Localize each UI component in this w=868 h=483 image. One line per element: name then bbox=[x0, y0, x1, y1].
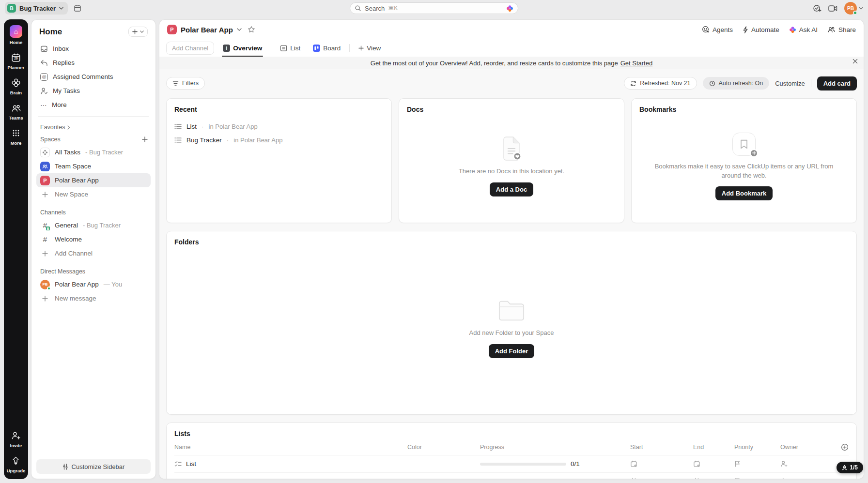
calendar-plus-icon[interactable] bbox=[630, 478, 693, 479]
ellipsis-icon: ⋯ bbox=[40, 103, 47, 107]
favorite-star-icon[interactable] bbox=[248, 26, 255, 33]
rail-item-upgrade[interactable]: Upgrade bbox=[7, 455, 26, 473]
flag-icon[interactable] bbox=[734, 478, 780, 479]
add-card-button[interactable]: Add card bbox=[817, 76, 857, 91]
sidebar-item-new-space[interactable]: New Space bbox=[36, 187, 151, 201]
tab-board[interactable]: Board bbox=[309, 39, 344, 57]
column-header-name[interactable]: Name bbox=[174, 444, 407, 451]
trial-usage-badge[interactable]: 1/5 bbox=[837, 462, 863, 473]
column-header-priority[interactable]: Priority bbox=[734, 444, 780, 451]
hash-glyph: # bbox=[43, 235, 47, 243]
channels-section-header[interactable]: Channels bbox=[36, 206, 151, 218]
sidebar-item-all-tasks[interactable]: All Tasks - Bug Tracker bbox=[36, 145, 151, 159]
person-plus-icon[interactable] bbox=[780, 478, 831, 479]
add-doc-button[interactable]: Add a Doc bbox=[490, 182, 533, 196]
auto-refresh-toggle[interactable]: Auto refresh: On bbox=[703, 77, 770, 90]
calendar-button[interactable] bbox=[74, 4, 81, 12]
rail-item-planner[interactable]: 26 Planner bbox=[8, 52, 25, 70]
add-space-icon[interactable] bbox=[142, 136, 148, 142]
column-header-color[interactable]: Color bbox=[407, 444, 480, 451]
refreshed-button[interactable]: Refreshed: Nov 21 bbox=[624, 77, 697, 90]
flag-icon[interactable] bbox=[734, 460, 780, 468]
calendar-plus-icon[interactable] bbox=[693, 478, 734, 479]
favorites-section-header[interactable]: Favorites bbox=[36, 121, 151, 133]
sidebar-item-add-channel[interactable]: Add Channel bbox=[36, 246, 151, 260]
add-bookmark-button[interactable]: Add Bookmark bbox=[715, 186, 773, 200]
add-column-icon[interactable] bbox=[831, 443, 849, 451]
rail-item-teams[interactable]: Teams bbox=[9, 103, 23, 121]
polar-bear-app-icon: P bbox=[40, 176, 50, 185]
sidebar-item-team-space[interactable]: Team Space bbox=[36, 159, 151, 173]
calendar-plus-icon[interactable] bbox=[630, 460, 693, 468]
search-input[interactable]: Search ⌘K bbox=[350, 2, 518, 14]
sidebar-item-polar-bear-app[interactable]: P Polar Bear App bbox=[36, 173, 151, 187]
spaces-section-header[interactable]: Spaces bbox=[36, 133, 64, 145]
sidebar-item-inbox[interactable]: Inbox bbox=[36, 42, 151, 56]
sidebar-item-dm-polar-bear[interactable]: PB Polar Bear App — You bbox=[36, 277, 151, 291]
divider bbox=[811, 79, 811, 87]
add-view-button[interactable]: View bbox=[355, 39, 385, 57]
new-message-label: New message bbox=[55, 295, 96, 302]
ask-ai-button[interactable]: Ask AI bbox=[789, 26, 818, 33]
list-rows-icon bbox=[174, 137, 182, 143]
hashtag-icon: #B bbox=[40, 221, 50, 229]
invite-person-plus-icon bbox=[11, 430, 21, 441]
rail-item-invite[interactable]: Invite bbox=[10, 430, 22, 448]
customize-sidebar-button[interactable]: Customize Sidebar bbox=[36, 459, 151, 474]
calendar-plus-icon[interactable] bbox=[693, 460, 734, 468]
sidebar-item-assigned-comments[interactable]: @ Assigned Comments bbox=[36, 70, 151, 84]
workspace-name: Bug Tracker bbox=[19, 5, 56, 12]
person-plus-icon[interactable] bbox=[780, 460, 831, 468]
folders-card: Folders Add new Folder to your Space Add… bbox=[166, 231, 857, 415]
tab-overview[interactable]: i Overview bbox=[219, 39, 266, 57]
ai-flower-icon[interactable] bbox=[506, 5, 513, 12]
column-header-progress[interactable]: Progress bbox=[480, 444, 630, 451]
recent-item-list[interactable]: List · in Polar Bear App bbox=[174, 120, 384, 133]
share-people-icon bbox=[827, 26, 836, 33]
get-started-link[interactable]: Get Started bbox=[620, 60, 652, 67]
agents-button[interactable]: Agents bbox=[702, 26, 733, 33]
add-channel-tab-button[interactable]: Add Channel bbox=[166, 42, 214, 55]
sidebar-item-channel-welcome[interactable]: # Welcome bbox=[36, 232, 151, 246]
checklist-icon bbox=[174, 478, 182, 479]
rail-item-more[interactable]: More bbox=[11, 128, 22, 146]
plus-icon bbox=[40, 251, 50, 257]
sidebar-item-more[interactable]: ⋯ More bbox=[36, 98, 151, 112]
close-icon[interactable] bbox=[852, 59, 858, 64]
page-title: Polar Bear App bbox=[181, 26, 233, 34]
user-menu[interactable]: PB bbox=[844, 2, 863, 15]
column-header-owner[interactable]: Owner bbox=[780, 444, 831, 451]
share-button[interactable]: Share bbox=[827, 26, 856, 33]
tab-list[interactable]: List bbox=[276, 39, 304, 57]
list-name: Bug Tracker bbox=[186, 478, 221, 479]
filters-button[interactable]: Filters bbox=[166, 77, 205, 90]
board-view-icon bbox=[313, 45, 320, 52]
sidebar-item-replies[interactable]: Replies bbox=[36, 56, 151, 70]
clip-record-button[interactable] bbox=[828, 5, 837, 12]
customize-button[interactable]: Customize bbox=[775, 80, 805, 87]
chevron-down-icon[interactable] bbox=[237, 28, 242, 31]
new-space-label: New Space bbox=[55, 191, 88, 198]
sidebar-item-channel-general[interactable]: #B General - Bug Tracker bbox=[36, 218, 151, 232]
list-row-list[interactable]: List 0/1 bbox=[174, 455, 849, 473]
dm-avatar-initials: PB bbox=[42, 282, 47, 287]
workspace-switcher[interactable]: B Bug Tracker bbox=[5, 2, 68, 15]
add-folder-button[interactable]: Add Folder bbox=[489, 344, 535, 358]
quick-create-task-button[interactable] bbox=[813, 4, 822, 13]
automate-button[interactable]: Automate bbox=[743, 26, 779, 33]
clock-icon bbox=[709, 80, 715, 87]
column-header-end[interactable]: End bbox=[693, 444, 734, 451]
sidebar-item-new-message[interactable]: New message bbox=[36, 291, 151, 305]
recent-item-bug-tracker[interactable]: Bug Tracker · in Polar Bear App bbox=[174, 133, 384, 147]
bookmark-empty-icon bbox=[732, 133, 756, 156]
brain-flower-icon bbox=[11, 77, 21, 88]
list-row-bug-tracker[interactable]: Bug Tracker 0/2 bbox=[174, 473, 849, 479]
sidebar-item-my-tasks[interactable]: My Tasks bbox=[36, 84, 151, 98]
sidebar-new-button[interactable] bbox=[128, 27, 148, 37]
rail-item-brain[interactable]: Brain bbox=[10, 77, 22, 95]
auto-refresh-label: Auto refresh: On bbox=[719, 80, 763, 87]
column-header-start[interactable]: Start bbox=[630, 444, 693, 451]
card-title: Folders bbox=[174, 238, 849, 246]
rail-item-home[interactable]: ⌂ Home bbox=[10, 25, 22, 45]
dm-section-header[interactable]: Direct Messages bbox=[36, 265, 151, 277]
